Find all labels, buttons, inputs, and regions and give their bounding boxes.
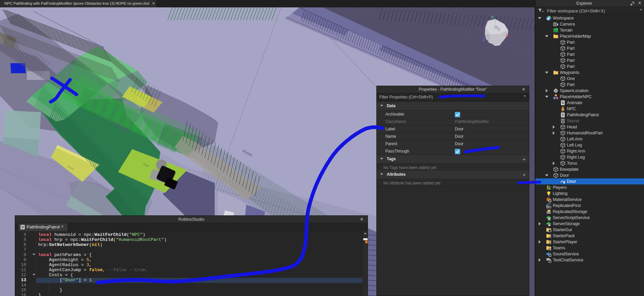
- svg-text:Y: Y: [491, 15, 494, 20]
- svg-text:X: X: [506, 33, 508, 38]
- svg-text:Z: Z: [482, 37, 485, 42]
